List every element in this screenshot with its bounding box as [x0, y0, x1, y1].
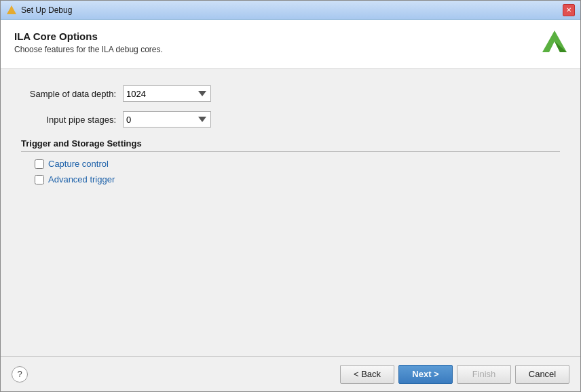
sample-depth-select[interactable]: 1024 2048 4096 8192: [123, 85, 211, 102]
header-section: ILA Core Options Choose features for the…: [1, 20, 580, 69]
advanced-trigger-row: Advanced trigger: [35, 174, 560, 184]
capture-control-row: Capture control: [35, 159, 560, 169]
footer-buttons: < Back Next > Finish Cancel: [340, 365, 569, 384]
window-title: Set Up Debug: [21, 5, 563, 15]
header-text: ILA Core Options Choose features for the…: [14, 31, 163, 54]
back-button[interactable]: < Back: [340, 365, 394, 384]
close-button[interactable]: ✕: [563, 4, 575, 16]
window: Set Up Debug ✕ ILA Core Options Choose f…: [0, 0, 581, 392]
advanced-trigger-label[interactable]: Advanced trigger: [48, 174, 115, 184]
svg-marker-0: [7, 5, 16, 14]
titlebar: Set Up Debug ✕: [1, 1, 580, 20]
advanced-trigger-checkbox[interactable]: [35, 175, 44, 184]
input-pipe-row: Input pipe stages: 0 1 2 3: [21, 111, 560, 128]
trigger-section-title: Trigger and Storage Settings: [21, 138, 560, 149]
app-logo: [542, 31, 567, 58]
window-icon: [6, 5, 17, 16]
trigger-section: Trigger and Storage Settings Capture con…: [21, 138, 560, 184]
divider: [21, 151, 560, 152]
sample-depth-row: Sample of data depth: 1024 2048 4096 819…: [21, 85, 560, 102]
next-button[interactable]: Next >: [398, 365, 453, 384]
sample-depth-label: Sample of data depth:: [21, 89, 123, 99]
capture-control-checkbox[interactable]: [35, 159, 44, 169]
input-pipe-label: Input pipe stages:: [21, 115, 123, 125]
help-button[interactable]: ?: [12, 366, 28, 383]
header-title: ILA Core Options: [14, 31, 163, 42]
footer: ? < Back Next > Finish Cancel: [1, 356, 580, 391]
cancel-button[interactable]: Cancel: [515, 365, 569, 384]
capture-control-label[interactable]: Capture control: [48, 159, 109, 169]
input-pipe-select[interactable]: 0 1 2 3: [123, 111, 211, 128]
finish-button[interactable]: Finish: [457, 365, 511, 384]
content-area: Sample of data depth: 1024 2048 4096 819…: [1, 69, 580, 356]
header-subtitle: Choose features for the ILA debug cores.: [14, 45, 163, 54]
